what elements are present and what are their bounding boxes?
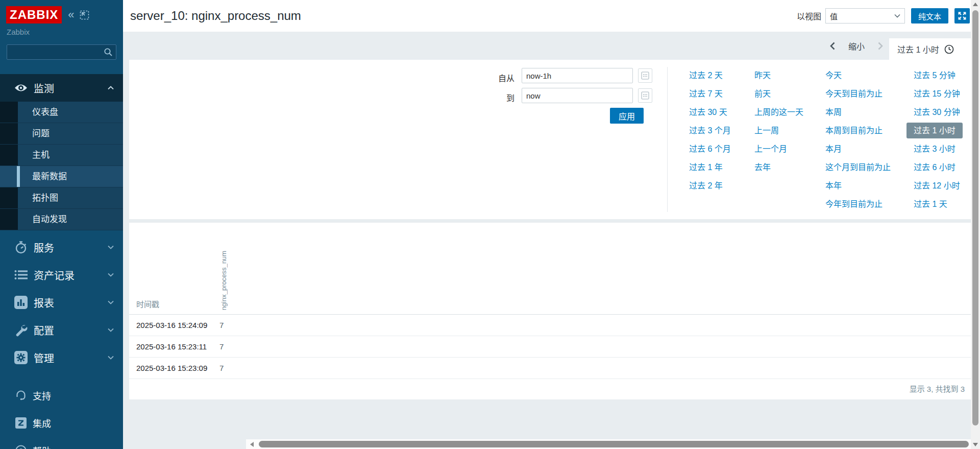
sidebar-item-help[interactable]: ? 帮助 <box>0 437 123 449</box>
range-link[interactable]: 过去 2 年 <box>689 180 723 191</box>
timestamp-cell: 2025-03-16 15:24:09 <box>136 321 219 329</box>
range-link[interactable]: 过去 6 小时 <box>914 162 955 173</box>
sidebar-item-integrations[interactable]: 集成 <box>0 409 123 437</box>
zabbix-logo[interactable]: ZABBIX <box>6 6 62 23</box>
sidebar-item-support[interactable]: 支持 <box>0 382 123 409</box>
apply-button[interactable]: 应用 <box>610 108 644 124</box>
sidebar-item-services[interactable]: 服务 <box>0 233 123 261</box>
view-as-value: 值 <box>830 11 838 21</box>
sidebar-item-maps[interactable]: 拓扑图 <box>0 187 123 209</box>
sidebar-item-hosts[interactable]: 主机 <box>0 145 123 166</box>
range-link[interactable]: 今天到目前为止 <box>825 88 883 99</box>
range-link[interactable]: 过去 6 个月 <box>689 144 731 154</box>
sidebar-item-label: 帮助 <box>33 444 51 449</box>
scroll-left-arrow-icon[interactable] <box>250 442 254 447</box>
sidebar-item-reports[interactable]: 报表 <box>0 289 123 316</box>
range-link[interactable]: 今天 <box>825 70 842 81</box>
sidebar-item-problems[interactable]: 问题 <box>0 123 123 145</box>
range-link[interactable]: 本月 <box>825 144 842 154</box>
search-input[interactable] <box>7 45 116 59</box>
search-icon[interactable] <box>104 48 113 59</box>
horizontal-scrollbar-thumb[interactable] <box>259 441 969 447</box>
range-link[interactable]: 去年 <box>754 162 771 173</box>
headset-icon <box>15 390 27 401</box>
fullscreen-arrows-icon <box>958 11 967 20</box>
vertical-scrollbar[interactable] <box>971 0 980 449</box>
to-calendar-button[interactable] <box>638 88 652 103</box>
table-footer-count: 显示 3, 共找到 3 <box>129 379 971 399</box>
time-forward-button[interactable] <box>878 42 883 50</box>
sidebar-item-latest-data[interactable]: 最新数据 <box>0 166 123 187</box>
plain-text-button[interactable]: 纯文本 <box>911 8 948 23</box>
timestamp-cell: 2025-03-16 15:23:11 <box>136 342 219 351</box>
sidebar-item-label: 管理 <box>34 350 54 365</box>
range-link[interactable]: 本周到目前为止 <box>825 125 883 136</box>
range-link[interactable]: 本周 <box>825 107 842 117</box>
server-brand-label: Zabbix <box>0 23 123 36</box>
sidebar-item-label: 集成 <box>33 416 51 430</box>
zabbix-app: ZABBIX « Zabbix 监测 <box>0 0 980 449</box>
range-link[interactable]: 过去 1 天 <box>914 199 947 209</box>
horizontal-scrollbar[interactable] <box>246 439 971 449</box>
content-area: 缩小 过去 1 小时 自从 到 <box>123 32 980 449</box>
range-link[interactable]: 今年到目前为止 <box>825 199 883 209</box>
menu-spacer <box>0 371 123 382</box>
svg-text:?: ? <box>19 447 22 449</box>
range-link[interactable]: 过去 7 天 <box>689 88 723 99</box>
sidebar-item-inventory[interactable]: 资产记录 <box>0 261 123 289</box>
latest-data-table: 时间戳 nginx_process_num 2025-03-16 15:24:0… <box>129 223 971 399</box>
from-calendar-button[interactable] <box>638 68 652 83</box>
range-link[interactable]: 过去 5 分钟 <box>914 70 955 81</box>
range-link[interactable]: 昨天 <box>754 70 771 81</box>
range-link[interactable]: 过去 30 天 <box>689 107 727 117</box>
time-filter-panel: 自从 到 应用 过去 2 天 过去 7 天 过去 30 天 <box>129 60 971 219</box>
time-navigation-band: 缩小 过去 1 小时 <box>123 32 980 60</box>
zoom-out-button[interactable]: 缩小 <box>848 40 865 52</box>
range-link[interactable]: 本年 <box>825 180 842 191</box>
sidebar-item-discovery[interactable]: 自动发现 <box>0 209 123 230</box>
scroll-up-arrow-icon[interactable] <box>973 3 978 6</box>
time-range-tab[interactable]: 过去 1 小时 <box>889 38 971 60</box>
sidebar-item-label: 服务 <box>34 240 54 255</box>
quick-ranges: 过去 2 天 过去 7 天 过去 30 天 过去 3 个月 过去 6 个月 过去… <box>689 70 980 209</box>
range-link[interactable]: 上一周 <box>754 125 779 136</box>
range-link[interactable]: 过去 1 年 <box>689 162 723 173</box>
range-link[interactable]: 过去 15 分钟 <box>914 88 960 99</box>
monitoring-submenu: 仪表盘 问题 主机 最新数据 拓扑图 自动发现 <box>0 102 123 230</box>
range-link[interactable]: 上周的这一天 <box>754 107 803 117</box>
kiosk-mode-button[interactable] <box>954 8 970 23</box>
range-link[interactable]: 过去 3 个月 <box>689 125 731 136</box>
from-label: 自从 <box>484 72 514 84</box>
range-link[interactable]: 这个月到目前为止 <box>825 162 891 173</box>
sidebar-item-dashboard[interactable]: 仪表盘 <box>0 102 123 123</box>
sidebar-item-label: 监测 <box>34 81 54 96</box>
range-link[interactable]: 过去 2 天 <box>689 70 723 81</box>
time-back-button[interactable] <box>830 42 835 50</box>
timestamp-column-header: 时间戳 <box>136 298 159 309</box>
sidebar-item-label: 报表 <box>34 295 54 310</box>
question-icon: ? <box>15 445 27 449</box>
table-row: 2025-03-16 15:24:09 7 <box>129 315 971 336</box>
range-link[interactable]: 前天 <box>754 88 771 99</box>
vertical-scrollbar-thumb[interactable] <box>972 10 978 426</box>
range-link[interactable]: 过去 3 小时 <box>914 144 955 154</box>
quick-ranges-col3: 今天 今天到目前为止 本周 本周到目前为止 本月 这个月到目前为止 本年 今年到… <box>825 70 914 209</box>
view-as-select[interactable]: 值 <box>825 8 905 23</box>
filter-divider <box>667 67 668 212</box>
wrench-icon <box>14 323 28 337</box>
range-link-selected[interactable]: 过去 1 小时 <box>906 123 963 138</box>
range-link[interactable]: 过去 30 分钟 <box>914 107 960 117</box>
z-square-icon <box>15 417 27 429</box>
compact-view-icon[interactable] <box>80 10 89 20</box>
scroll-down-arrow-icon[interactable] <box>973 443 978 446</box>
from-input[interactable] <box>522 68 633 83</box>
range-link[interactable]: 上一个月 <box>754 144 787 154</box>
collapse-sidebar-icon[interactable]: « <box>68 10 74 20</box>
sidebar-item-administration[interactable]: 管理 <box>0 344 123 371</box>
range-link[interactable]: 过去 12 小时 <box>914 180 960 191</box>
sidebar-item-monitoring[interactable]: 监测 <box>0 74 123 102</box>
chevron-down-icon <box>108 300 114 304</box>
to-input[interactable] <box>522 88 633 103</box>
clock-icon <box>944 44 954 54</box>
sidebar-item-configuration[interactable]: 配置 <box>0 316 123 344</box>
